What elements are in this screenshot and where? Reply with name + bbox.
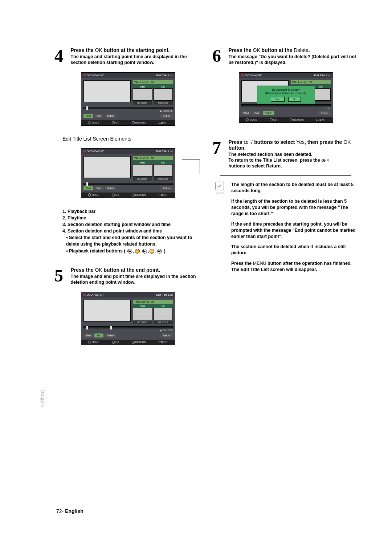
step-5-sub: The image and end point time are display… <box>70 274 201 286</box>
step-6-sub: The message "Do you want to delete? (Del… <box>228 54 359 66</box>
btn-delete: Delete <box>105 114 117 118</box>
screenshot-step-6: DVD-RW(VR) Edit Title List Title List No… <box>239 72 333 123</box>
step-7-sub: The selected section has been deleted. T… <box>228 151 359 169</box>
note-p5: Press the MENU button after the operatio… <box>231 260 359 273</box>
title-list-no: Title List No. 05 <box>133 80 173 84</box>
exit-icon <box>159 122 162 124</box>
dialog-yes: Yes <box>271 97 285 101</box>
ok-icon <box>112 121 115 124</box>
step-number: 4 <box>54 47 69 65</box>
step-4-sub: The image and starting point time are di… <box>70 54 201 66</box>
step-7-headline: Press œ √ buttons to select Yes, then pr… <box>228 139 359 151</box>
note-box: NOTE The length of the section to be del… <box>212 182 359 277</box>
step-4-headline: Press the OK button at the starting poin… <box>70 47 201 53</box>
disc-icon <box>83 74 86 76</box>
screenshot-step-4: DVD-RW(VR) Edit Title List Title List No… <box>81 72 175 126</box>
btn-return: Return <box>160 114 172 118</box>
btn-start: Start <box>83 114 93 118</box>
screenshot-step-5: DVD-RW(VR) Edit Title List Title List No… <box>81 292 175 345</box>
dialog-no: No <box>288 97 301 101</box>
note-p4: The section cannot be deleted when it in… <box>231 244 359 256</box>
elements-subtitle: Edit Title List Screen Elements <box>62 136 201 142</box>
step-6-headline: Press the OK button at the Delete. <box>228 47 359 53</box>
preview-thumb <box>83 80 131 102</box>
note-p1: The length of the section to be deleted … <box>231 182 359 194</box>
step-6: 6 Press the OK button at the Delete. The… <box>212 47 359 66</box>
step-5-headline: Press the OK button at the end point. <box>70 267 201 273</box>
elements-list: 1. Playback bar 2. Playtime 3. Section d… <box>62 208 201 254</box>
page-footer: 72- English <box>56 508 83 514</box>
note-p2: If the length of the section to be delet… <box>231 198 359 217</box>
side-section-label: Editing <box>39 390 45 407</box>
btn-end: End <box>94 114 103 118</box>
note-icon <box>215 182 224 190</box>
step-5: 5 Press the OK button at the end point. … <box>54 267 201 286</box>
delete-confirm-dialog: Do you want to delete? (Deleted part wil… <box>257 85 315 104</box>
step-number: 7 <box>212 139 227 157</box>
move-icon <box>87 121 91 125</box>
note-label: NOTE <box>212 192 227 195</box>
screenshot-annotated: DVD-RW(VR) Edit Title List Title List No… <box>81 148 175 198</box>
step-number: 5 <box>54 267 69 284</box>
step-number: 6 <box>212 47 227 65</box>
step-7: 7 Press œ √ buttons to select Yes, then … <box>212 139 359 169</box>
return-icon <box>132 121 135 124</box>
step-4: 4 Press the OK button at the starting po… <box>54 47 201 66</box>
playback-buttons-icons: ⏮,⏪,▶,⏩,⏭ <box>127 248 163 254</box>
note-p3: If the end time precedes the starting po… <box>231 221 359 240</box>
playback-bar <box>83 107 173 109</box>
